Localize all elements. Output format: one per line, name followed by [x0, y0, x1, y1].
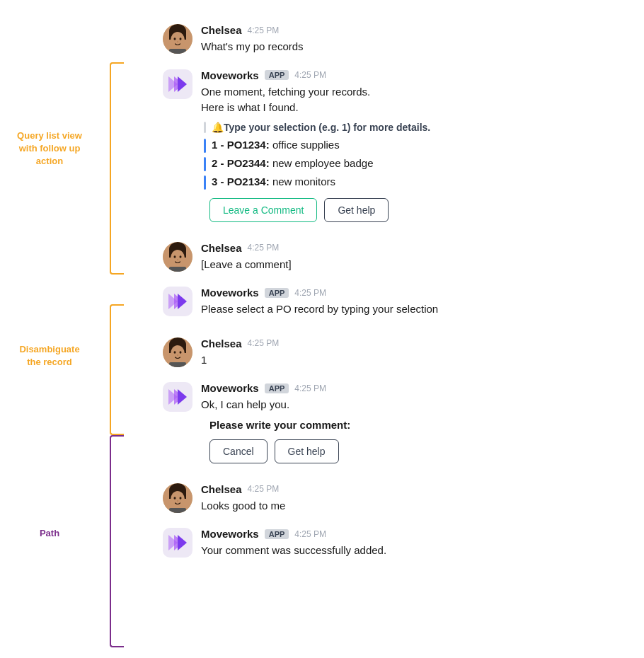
cancel-button[interactable]: Cancel [209, 439, 268, 463]
svg-point-25 [171, 345, 185, 362]
svg-point-3 [171, 32, 185, 49]
timestamp: 4:25 PM [294, 383, 326, 393]
hint-bar [204, 122, 206, 133]
timestamp: 4:25 PM [294, 288, 326, 298]
svg-point-27 [180, 351, 182, 354]
message-content: Moveworks APP 4:25 PM Your comment was s… [201, 528, 630, 559]
text-line-2: Here is what I found. [201, 100, 630, 116]
svg-rect-18 [169, 267, 186, 272]
get-help-button-1[interactable]: Get help [324, 198, 389, 222]
message-row: Chelsea 4:25 PM What's my po records [0, 20, 644, 59]
message-text: Looks good to me [201, 498, 630, 514]
message-header: Chelsea 4:25 PM [201, 24, 630, 36]
message-text: One moment, fetching your records. Here … [201, 84, 630, 116]
action-buttons: Cancel Get help [209, 439, 630, 463]
svg-point-37 [174, 497, 176, 500]
text-line-1: One moment, fetching your records. [201, 84, 630, 100]
chat-container: Query list viewwith follow upaction Disa… [0, 0, 644, 591]
app-badge: APP [265, 383, 289, 393]
message-text: 1 [201, 352, 630, 369]
sender-name: Chelsea [201, 24, 242, 36]
svg-marker-21 [178, 294, 187, 309]
sender-name: Moveworks [201, 528, 259, 540]
message-text: What's my po records [201, 39, 630, 55]
message-row: Chelsea 4:25 PM [Leave a comment] [0, 238, 644, 277]
svg-point-39 [177, 500, 178, 501]
svg-marker-32 [178, 389, 187, 405]
message-row: Chelsea 4:25 PM 1 [0, 333, 644, 373]
message-row: Chelsea 4:25 PM Looks good to me [0, 479, 644, 519]
avatar [163, 24, 192, 54]
message-row: Moveworks APP 4:25 PM Please select a PO… [0, 282, 644, 322]
sender-name: Chelsea [201, 337, 242, 350]
po-item: 1 - PO1234: office supplies [201, 139, 630, 153]
avatar [163, 528, 192, 558]
get-help-button-2[interactable]: Get help [275, 439, 339, 463]
message-header: Chelsea 4:25 PM [201, 337, 630, 350]
svg-rect-29 [169, 362, 186, 367]
po-text: 2 - PO2344: new employee badge [212, 157, 374, 169]
message-content: Chelsea 4:25 PM Looks good to me [201, 483, 630, 514]
po-item: 2 - PO2344: new employee badge [201, 157, 630, 171]
sender-name: Chelsea [201, 242, 242, 254]
svg-point-5 [180, 37, 182, 40]
timestamp: 4:25 PM [248, 25, 280, 35]
svg-point-26 [174, 351, 176, 354]
message-text: Your comment was successfully added. [201, 543, 630, 559]
svg-point-28 [177, 354, 178, 355]
message-text: [Leave a comment] [201, 257, 630, 273]
po-bar [204, 175, 206, 190]
message-header: Chelsea 4:25 PM [201, 483, 630, 495]
avatar [163, 337, 192, 367]
message-text: Please select a PO record by typing your… [201, 301, 630, 318]
svg-point-6 [177, 41, 178, 42]
message-header: Moveworks APP 4:25 PM [201, 287, 630, 299]
po-text: 3 - PO2134: new monitors [212, 175, 335, 187]
message-content: Moveworks APP 4:25 PM Please select a PO… [201, 287, 630, 318]
message-content: Chelsea 4:25 PM What's my po records [201, 24, 630, 55]
sender-name: Chelsea [201, 483, 242, 495]
message-row: Moveworks APP 4:25 PM Your comment was s… [0, 524, 644, 563]
svg-point-4 [174, 37, 176, 40]
po-list: 🔔Type your selection (e.g. 1) for more d… [201, 122, 630, 190]
svg-point-38 [180, 497, 182, 500]
po-bar [204, 157, 206, 171]
svg-point-17 [177, 259, 178, 260]
avatar [163, 483, 192, 513]
timestamp: 4:25 PM [248, 243, 280, 253]
action-buttons: Leave a Comment Get help [201, 198, 630, 222]
svg-point-36 [171, 491, 185, 508]
message-header: Chelsea 4:25 PM [201, 242, 630, 254]
svg-marker-10 [178, 76, 187, 92]
svg-point-16 [180, 255, 182, 258]
svg-point-14 [171, 250, 185, 267]
write-comment-box: Please write your comment: Cancel Get he… [201, 419, 630, 463]
timestamp: 4:25 PM [294, 70, 326, 80]
app-badge: APP [265, 288, 289, 298]
po-text: 1 - PO1234: office supplies [212, 139, 340, 151]
message-row: Moveworks APP 4:25 PM Ok, I can help you… [0, 378, 644, 468]
sender-name: Moveworks [201, 382, 259, 394]
svg-marker-43 [178, 535, 187, 550]
message-content: Chelsea 4:25 PM 1 [201, 337, 630, 369]
message-row: Moveworks APP 4:25 PM One moment, fetchi… [0, 65, 644, 226]
message-content: Moveworks APP 4:25 PM Ok, I can help you… [201, 382, 630, 463]
hint-text: 🔔Type your selection (e.g. 1) for more d… [212, 122, 430, 133]
intro-text: Ok, I can help you. [201, 397, 630, 413]
timestamp: 4:25 PM [248, 484, 280, 494]
avatar [163, 242, 192, 272]
po-bar [204, 139, 206, 153]
avatar [163, 287, 192, 316]
write-comment-label: Please write your comment: [209, 419, 630, 431]
po-hint: 🔔Type your selection (e.g. 1) for more d… [201, 122, 630, 133]
timestamp: 4:25 PM [294, 529, 326, 539]
message-content: Chelsea 4:25 PM [Leave a comment] [201, 242, 630, 273]
leave-comment-button[interactable]: Leave a Comment [209, 198, 317, 222]
avatar [163, 69, 192, 99]
message-header: Moveworks APP 4:25 PM [201, 69, 630, 81]
svg-rect-40 [169, 508, 186, 513]
app-badge: APP [265, 70, 289, 80]
po-item: 3 - PO2134: new monitors [201, 175, 630, 190]
timestamp: 4:25 PM [248, 338, 280, 348]
svg-point-15 [174, 255, 176, 258]
